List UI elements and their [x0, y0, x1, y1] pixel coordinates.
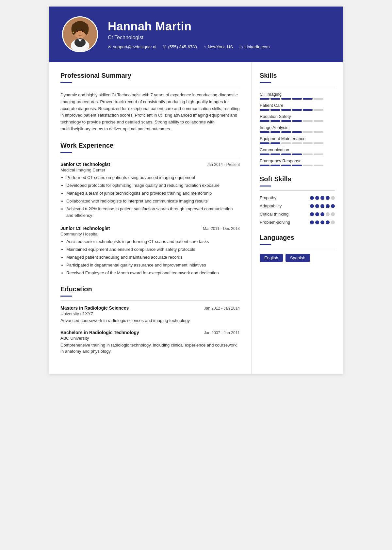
languages-hr — [260, 249, 335, 249]
skills-section: Skills CT Imaging Patient Care Radiation… — [260, 72, 335, 166]
skill-segment — [281, 109, 291, 111]
job-item: Senior Ct Technologist Jan 2014 - Presen… — [60, 162, 240, 219]
skill-name-5: Communication — [260, 147, 335, 152]
soft-skill-name-3: Problem-solving — [260, 220, 290, 225]
skill-segment — [314, 109, 323, 111]
skill-segment — [260, 131, 270, 133]
summary-divider — [60, 82, 72, 83]
soft-skill-dot — [315, 204, 319, 208]
soft-skill-dot — [320, 212, 324, 216]
skill-segment — [260, 142, 270, 144]
job-company-1: Community Hospital — [60, 232, 240, 236]
location-contact: ⌂ NewYork, US — [204, 44, 233, 49]
languages-title: Languages — [260, 234, 335, 241]
job-bullet: Received Employee of the Month award for… — [66, 270, 240, 276]
skill-segment — [281, 165, 291, 166]
skill-item: Radiation Safety — [260, 114, 335, 122]
skill-segment — [281, 142, 291, 144]
education-divider — [60, 296, 72, 297]
soft-skill-dot — [315, 212, 319, 216]
job-bullet: Achieved a 20% increase in patient satis… — [66, 206, 240, 219]
skill-bar-1 — [260, 109, 335, 111]
soft-skill-dot — [331, 196, 335, 200]
soft-skill-item: Problem-solving — [260, 220, 335, 225]
soft-skills-container: Empathy Adaptability Critical thinking P… — [260, 195, 335, 225]
svg-point-9 — [82, 30, 84, 32]
svg-point-3 — [72, 24, 76, 35]
job-bullets-0: Performed CT scans on patients using adv… — [60, 174, 240, 219]
skill-segment — [314, 131, 323, 133]
skill-name-2: Radiation Safety — [260, 114, 335, 119]
edu-desc-0: Advanced coursework in radiologic scienc… — [60, 317, 240, 324]
email-contact: ✉ support@cvdesigner.ai — [108, 44, 156, 49]
skill-segment — [314, 165, 323, 166]
skill-segment — [260, 154, 270, 155]
soft-skill-item: Critical thinking — [260, 212, 335, 217]
skill-segment — [292, 109, 302, 111]
skill-item: Image Analysis — [260, 125, 335, 133]
skill-name-1: Patient Care — [260, 103, 335, 108]
soft-skill-name-0: Empathy — [260, 195, 276, 200]
edu-item: Bachelors in Radiologic Technology Jan 2… — [60, 330, 240, 355]
language-badge-spanish: Spanish — [286, 254, 310, 262]
soft-skill-dots-3 — [310, 220, 335, 224]
job-title-1: Junior Ct Technologist — [60, 226, 110, 231]
candidate-name: Hannah Martin — [108, 20, 330, 33]
skill-segment — [303, 165, 313, 166]
language-badge-english: English — [260, 254, 283, 262]
svg-point-8 — [76, 30, 78, 32]
skill-segment — [303, 142, 313, 144]
job-dates-0: Jan 2014 - Present — [207, 162, 240, 167]
edu-container: Masters in Radiologic Sciences Jan 2012 … — [60, 305, 240, 355]
skill-segment — [303, 131, 313, 133]
skill-bar-4 — [260, 142, 335, 144]
svg-point-4 — [84, 24, 89, 35]
soft-skill-dot — [320, 196, 324, 200]
languages-container: EnglishSpanish — [260, 254, 335, 262]
skill-segment — [292, 120, 302, 122]
skill-segment — [314, 120, 323, 122]
skill-segment — [281, 154, 291, 155]
skill-segment — [270, 109, 280, 111]
soft-skill-dot — [310, 204, 314, 208]
skill-segment — [292, 154, 302, 155]
skill-segment — [292, 98, 302, 100]
soft-skill-dot — [310, 196, 314, 200]
skill-segment — [260, 120, 270, 122]
summary-hr — [60, 87, 240, 87]
soft-skill-dot — [331, 220, 335, 224]
skill-segment — [303, 98, 313, 100]
soft-skill-name-1: Adaptability — [260, 203, 282, 208]
skill-name-3: Image Analysis — [260, 125, 335, 130]
soft-skill-dot — [320, 204, 324, 208]
svg-point-11 — [73, 31, 74, 33]
skill-segment — [303, 120, 313, 122]
job-header-1: Junior Ct Technologist Mar 2011 - Dec 20… — [60, 226, 240, 231]
education-section: Education Masters in Radiologic Sciences… — [60, 285, 240, 355]
education-hr — [60, 300, 240, 301]
job-bullet: Assisted senior technologists in perform… — [66, 238, 240, 245]
soft-skill-dot — [326, 220, 330, 224]
skills-divider — [260, 82, 271, 83]
svg-point-10 — [79, 32, 81, 34]
skill-name-6: Emergency Response — [260, 158, 335, 163]
location-icon: ⌂ — [204, 44, 206, 49]
right-column: Skills CT Imaging Patient Care Radiation… — [252, 62, 343, 374]
work-experience-title: Work Experience — [60, 142, 240, 149]
email-icon: ✉ — [108, 44, 111, 49]
soft-skill-item: Empathy — [260, 195, 335, 200]
soft-skill-dot — [315, 220, 319, 224]
resume-container: Hannah Martin Ct Technologist ✉ support@… — [49, 7, 343, 374]
avatar — [62, 16, 98, 52]
skill-item: Equipment Maintenance — [260, 136, 335, 144]
skill-name-4: Equipment Maintenance — [260, 136, 335, 141]
job-dates-1: Mar 2011 - Dec 2013 — [203, 226, 240, 231]
job-bullet: Maintained equipment and ensured complia… — [66, 246, 240, 253]
edu-dates-0: Jan 2012 - Jan 2014 — [204, 306, 240, 311]
resume-body: Professional Summary Dynamic and highly … — [49, 62, 343, 374]
skill-segment — [270, 165, 280, 166]
skills-hr — [260, 87, 335, 87]
skill-segment — [260, 98, 270, 100]
soft-skill-name-2: Critical thinking — [260, 212, 288, 217]
soft-skill-dot — [326, 204, 330, 208]
